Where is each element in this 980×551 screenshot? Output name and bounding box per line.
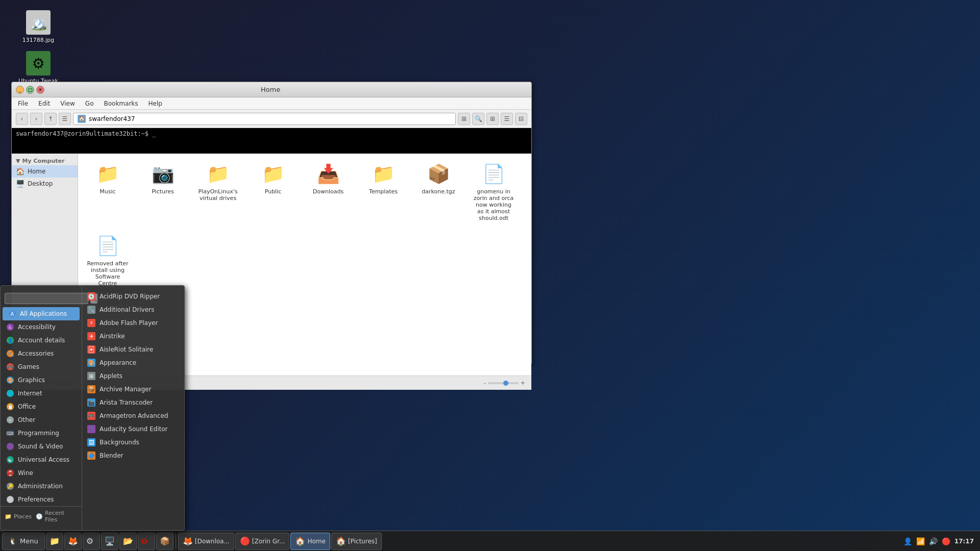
app-menu-bottom: 📁 Places 🕐 Recent Files — [1, 506, 82, 526]
category-other[interactable]: • Other — [1, 413, 82, 427]
terminal-area[interactable]: swarfendor437@zorin9ultimate32bit:~$ _ — [12, 128, 531, 154]
app-item-airstrike[interactable]: ✈ Airstrike — [82, 330, 184, 343]
home-taskbar-icon: 🏠 — [295, 536, 305, 546]
category-all[interactable]: A All Applications — [3, 307, 80, 320]
taskbar-terminal-btn[interactable]: 🖥️ — [101, 533, 118, 550]
desktop-icon-jpg[interactable]: 🏔️ 131788.jpg — [15, 10, 61, 43]
menu-view[interactable]: View — [58, 99, 77, 108]
search-input[interactable] — [5, 293, 88, 304]
app-item-additional-drivers[interactable]: 🔧 Additional Drivers — [82, 303, 184, 316]
file-item-music[interactable]: 📁 Music — [82, 158, 133, 226]
location-bar[interactable]: 🏠 swarfendor437 — [73, 113, 456, 125]
view-detail-button[interactable]: ⊟ — [515, 113, 527, 125]
app-item-appearance[interactable]: 🎨 Appearance — [82, 356, 184, 369]
category-wine-icon: 🍷 — [7, 469, 14, 477]
menu-edit[interactable]: Edit — [36, 99, 52, 108]
menu-go[interactable]: Go — [83, 99, 96, 108]
category-other-icon: • — [7, 416, 14, 423]
sound-icon[interactable]: 🔊 — [929, 537, 938, 545]
recent-files-button[interactable]: 🕐 Recent Files — [36, 510, 78, 523]
app-item-acidrip[interactable]: 💿 AcidRip DVD Ripper — [82, 290, 184, 303]
desktop: 🏔️ 131788.jpg ⚙️ Ubuntu Tweak _ □ ✕ Home… — [0, 0, 980, 551]
tgz-label: darkone.tgz — [422, 188, 455, 195]
taskbar-home-btn[interactable]: 🏠 Home — [290, 533, 330, 550]
app-item-archive-manager[interactable]: 📦 Archive Manager — [82, 383, 184, 396]
location-text: swarfendor437 — [89, 115, 135, 122]
app-item-applets[interactable]: ⊞ Applets — [82, 369, 184, 383]
category-internet[interactable]: 🌐 Internet — [1, 387, 82, 400]
recent-icon: 🕐 — [36, 513, 43, 520]
file-item-downloads[interactable]: 📥 Downloads — [303, 158, 354, 226]
power-icon[interactable]: 🔴 — [942, 537, 950, 545]
terminal-text: swarfendor437@zorin9ultimate32bit:~$ _ — [16, 130, 156, 137]
category-administration[interactable]: 🔑 Administration — [1, 480, 82, 493]
app-item-blender[interactable]: 🔷 Blender — [82, 449, 184, 462]
public-label: Public — [265, 188, 282, 195]
taskbar-zorin-btn[interactable]: 🔴 [Zorin Gr... — [235, 533, 290, 550]
category-games[interactable]: 🎮 Games — [1, 360, 82, 373]
view-icons-button[interactable]: ⊞ — [486, 113, 499, 125]
menu-file[interactable]: File — [16, 99, 30, 108]
category-universal[interactable]: ☯ Universal Access — [1, 453, 82, 466]
user-icon[interactable]: 👤 — [903, 537, 912, 545]
desktop-icon-tweak[interactable]: ⚙️ Ubuntu Tweak — [15, 51, 61, 84]
category-graphics[interactable]: 🎨 Graphics — [1, 373, 82, 387]
file-item-pictures[interactable]: 📷 Pictures — [137, 158, 188, 226]
taskbar-synaptic-btn[interactable]: 📦 — [156, 533, 174, 550]
file-item-odt[interactable]: 📄 gnomenu in zorin and orca now working … — [468, 158, 519, 226]
menu-help[interactable]: Help — [146, 99, 164, 108]
sidebar-item-home[interactable]: 🏠 Home — [12, 165, 78, 178]
places-button[interactable]: 📁 Places — [5, 510, 32, 523]
category-account[interactable]: 👤 Account details — [1, 334, 82, 347]
playonlinux-label: PlayOnLinux's virtual drives — [197, 188, 239, 202]
category-programming[interactable]: ⌨ Programming — [1, 427, 82, 440]
up-button[interactable]: ↑ — [44, 113, 57, 125]
menu-bookmarks[interactable]: Bookmarks — [102, 99, 140, 108]
forward-button[interactable]: › — [30, 113, 42, 125]
app-item-backgrounds[interactable]: 🖼 Backgrounds — [82, 436, 184, 449]
app-item-adobe-flash[interactable]: ⚡ Adobe Flash Player — [82, 316, 184, 330]
toggle-button[interactable]: ☰ — [59, 113, 71, 125]
sidebar-item-desktop[interactable]: 🖥️ Desktop — [12, 178, 78, 190]
category-office[interactable]: 📋 Office — [1, 400, 82, 413]
file-item-tgz[interactable]: 📦 darkone.tgz — [413, 158, 464, 226]
files-icon: 📁 — [50, 536, 60, 546]
file-item-public[interactable]: 📁 Public — [248, 158, 299, 226]
close-button[interactable]: ✕ — [36, 86, 44, 94]
file-item-templates[interactable]: 📁 Templates — [358, 158, 409, 226]
category-sound-video[interactable]: 🎵 Sound & Video — [1, 440, 82, 453]
start-button[interactable]: 🐧 Menu — [2, 533, 45, 550]
back-button[interactable]: ‹ — [16, 113, 28, 125]
category-preferences[interactable]: ⚙ Preferences — [1, 493, 82, 506]
search-button[interactable]: 🔍 — [472, 113, 484, 125]
maximize-button[interactable]: □ — [26, 86, 34, 94]
playonlinux-folder-icon: 📁 — [206, 162, 230, 186]
jpg-label: 131788.jpg — [22, 37, 55, 43]
zoom-slider[interactable]: - + — [484, 380, 525, 386]
taskbar-files-btn[interactable]: 📁 — [46, 533, 63, 550]
view-list-button[interactable]: ☰ — [501, 113, 513, 125]
app-item-audacity[interactable]: 🎵 Audacity Sound Editor — [82, 422, 184, 436]
category-accessibility[interactable]: ♿ Accessibility — [1, 320, 82, 334]
taskbar-settings-btn[interactable]: ⚙️ — [83, 533, 100, 550]
taskbar-firefox-btn[interactable]: 🦊 — [64, 533, 82, 550]
templates-label: Templates — [369, 188, 398, 195]
app-item-aisleriot[interactable]: 🃏 AisleRiot Solitaire — [82, 343, 184, 356]
minimize-button[interactable]: _ — [16, 86, 24, 94]
collapse-icon: ▼ — [16, 158, 20, 164]
file-item-playonlinux[interactable]: 📁 PlayOnLinux's virtual drives — [192, 158, 243, 226]
open-terminal-button[interactable]: ⊞ — [458, 113, 470, 125]
search-bar: 🔍 — [1, 290, 82, 307]
window-controls: _ □ ✕ — [16, 86, 44, 94]
jpg-icon: 🏔️ — [26, 10, 51, 35]
category-wine[interactable]: 🍷 Wine — [1, 466, 82, 480]
app-item-arista[interactable]: 🎬 Arista Transcoder — [82, 396, 184, 409]
taskbar-pictures-btn[interactable]: 🏠 [Pictures] — [331, 533, 382, 550]
taskbar-downloads-btn[interactable]: 🦊 [Downloa... — [178, 533, 234, 550]
taskbar-filemanager-btn[interactable]: 📂 — [119, 533, 137, 550]
toolbar-right: ⊞ 🔍 ⊞ ☰ ⊟ — [458, 113, 527, 125]
network-icon[interactable]: 📶 — [916, 537, 925, 545]
category-accessories[interactable]: 🔧 Accessories — [1, 347, 82, 360]
taskbar-opera-btn[interactable]: O — [138, 533, 155, 550]
app-item-armagetron[interactable]: 🎮 Armagetron Advanced — [82, 409, 184, 422]
